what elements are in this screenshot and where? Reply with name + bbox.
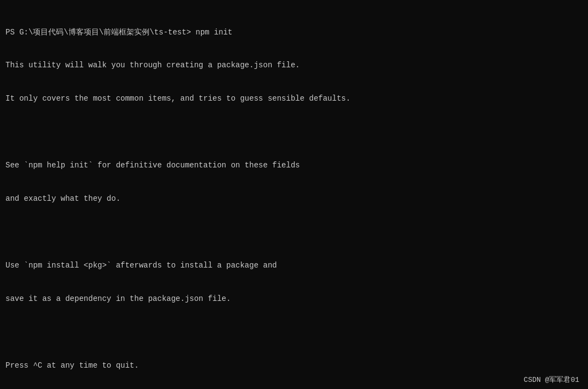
terminal-window: PS G:\项目代码\博客项目\前端框架实例\ts-test> npm init… <box>0 0 588 389</box>
watermark: CSDN @军军君01 <box>524 375 579 385</box>
line-blank-1 <box>5 126 583 137</box>
line-blank-2 <box>5 227 583 237</box>
line-3: See `npm help init` for definitive docum… <box>5 160 583 171</box>
line-1: This utility will walk you through creat… <box>5 60 583 71</box>
line-2: It only covers the most common items, an… <box>5 93 583 104</box>
line-prompt: PS G:\项目代码\博客项目\前端框架实例\ts-test> npm init <box>5 27 583 38</box>
line-6: save it as a dependency in the package.j… <box>5 293 583 304</box>
line-4: and exactly what they do. <box>5 193 583 204</box>
line-blank-3 <box>5 327 583 338</box>
line-5: Use `npm install <pkg>` afterwards to in… <box>5 260 583 271</box>
line-7: Press ^C at any time to quit. <box>5 360 583 371</box>
